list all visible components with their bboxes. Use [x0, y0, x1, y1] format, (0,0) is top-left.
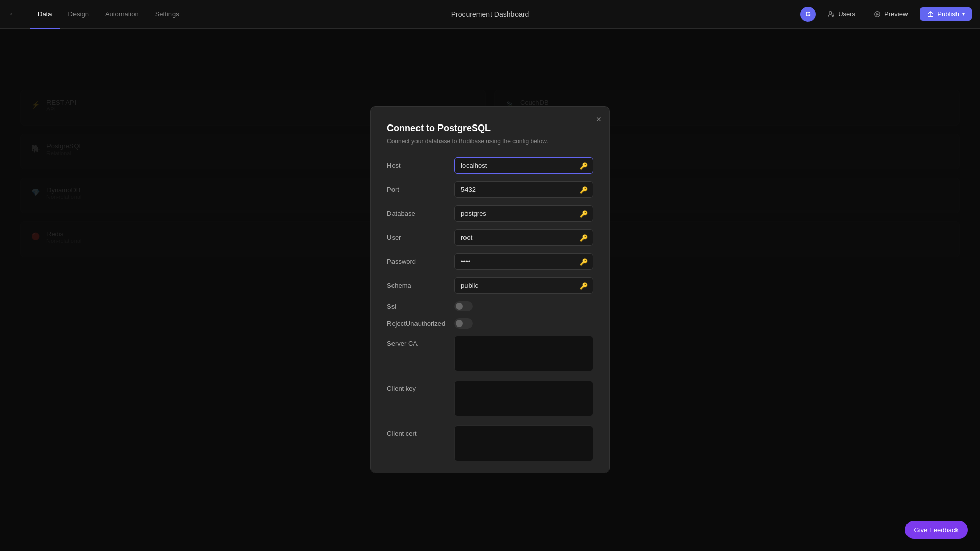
schema-eye-icon[interactable]: 🔑 [580, 282, 588, 289]
ssl-label: Ssl [387, 303, 448, 310]
users-icon [828, 11, 835, 18]
password-eye-icon[interactable]: 🔑 [580, 258, 588, 265]
client-cert-row: Client cert [387, 425, 593, 463]
host-label: Host [387, 162, 448, 169]
reject-unauthorized-toggle[interactable] [454, 318, 473, 329]
tab-design[interactable]: Design [60, 0, 96, 29]
topnav-left: ← Data Design Automation Settings [8, 0, 187, 29]
topnav: ← Data Design Automation Settings Procur… [0, 0, 980, 29]
client-key-textarea-wrap [454, 381, 593, 418]
reject-unauthorized-label: RejectUnauthorized [387, 320, 448, 328]
port-input-wrap: 🔑 [454, 181, 593, 198]
server-ca-label: Server CA [387, 336, 448, 347]
modal-title: Connect to PostgreSQL [387, 123, 593, 134]
connect-postgresql-modal: × Connect to PostgreSQL Connect your dat… [370, 106, 610, 473]
database-row: Database 🔑 [387, 205, 593, 222]
host-row: Host 🔑 [387, 157, 593, 174]
back-nav-icon[interactable]: ← [8, 9, 17, 19]
give-feedback-button[interactable]: Give Feedback [905, 521, 968, 539]
host-input[interactable] [454, 157, 593, 174]
svg-point-0 [829, 11, 832, 14]
ssl-toggle[interactable] [454, 301, 473, 311]
nav-tabs: Data Design Automation Settings [30, 0, 187, 29]
publish-button[interactable]: Publish ▾ [920, 7, 972, 21]
user-label: User [387, 234, 448, 241]
ssl-toggle-wrap [454, 301, 593, 311]
tab-settings[interactable]: Settings [147, 0, 187, 29]
client-cert-label: Client cert [387, 425, 448, 437]
client-cert-textarea[interactable] [454, 425, 593, 461]
host-eye-icon[interactable]: 🔑 [580, 162, 588, 169]
preview-button[interactable]: Preview [868, 7, 914, 21]
svg-marker-2 [876, 13, 879, 15]
schema-input-wrap: 🔑 [454, 277, 593, 294]
port-input[interactable] [454, 181, 593, 198]
tab-automation[interactable]: Automation [97, 0, 147, 29]
users-button[interactable]: Users [822, 7, 862, 21]
database-label: Database [387, 210, 448, 217]
tab-data[interactable]: Data [30, 0, 60, 29]
publish-chevron-icon: ▾ [962, 11, 965, 17]
port-row: Port 🔑 [387, 181, 593, 198]
publish-icon [927, 11, 934, 18]
client-key-row: Client key [387, 381, 593, 418]
app-title: Procurement Dashboard [451, 10, 529, 18]
password-input-wrap: 🔑 [454, 253, 593, 270]
password-label: Password [387, 258, 448, 265]
host-input-wrap: 🔑 [454, 157, 593, 174]
user-input[interactable] [454, 229, 593, 246]
server-ca-textarea-wrap [454, 336, 593, 373]
modal-subtitle: Connect your database to Budibase using … [387, 138, 593, 145]
client-key-label: Client key [387, 381, 448, 392]
reject-unauthorized-row: RejectUnauthorized [387, 318, 593, 329]
topnav-right: G Users Preview Publish ▾ [800, 7, 972, 22]
modal-close-button[interactable]: × [596, 115, 601, 124]
client-cert-textarea-wrap [454, 425, 593, 463]
client-key-textarea[interactable] [454, 381, 593, 416]
database-eye-icon[interactable]: 🔑 [580, 210, 588, 217]
database-input[interactable] [454, 205, 593, 222]
port-eye-icon[interactable]: 🔑 [580, 186, 588, 193]
ssl-row: Ssl [387, 301, 593, 311]
server-ca-textarea[interactable] [454, 336, 593, 371]
port-label: Port [387, 186, 448, 193]
schema-label: Schema [387, 282, 448, 289]
password-input[interactable] [454, 253, 593, 270]
avatar[interactable]: G [800, 7, 816, 22]
modal-overlay: × Connect to PostgreSQL Connect your dat… [0, 29, 980, 551]
database-input-wrap: 🔑 [454, 205, 593, 222]
user-row: User 🔑 [387, 229, 593, 246]
user-eye-icon[interactable]: 🔑 [580, 234, 588, 241]
reject-unauthorized-toggle-wrap [454, 318, 593, 329]
server-ca-row: Server CA [387, 336, 593, 373]
schema-input[interactable] [454, 277, 593, 294]
password-row: Password 🔑 [387, 253, 593, 270]
preview-icon [874, 11, 881, 18]
user-input-wrap: 🔑 [454, 229, 593, 246]
schema-row: Schema 🔑 [387, 277, 593, 294]
